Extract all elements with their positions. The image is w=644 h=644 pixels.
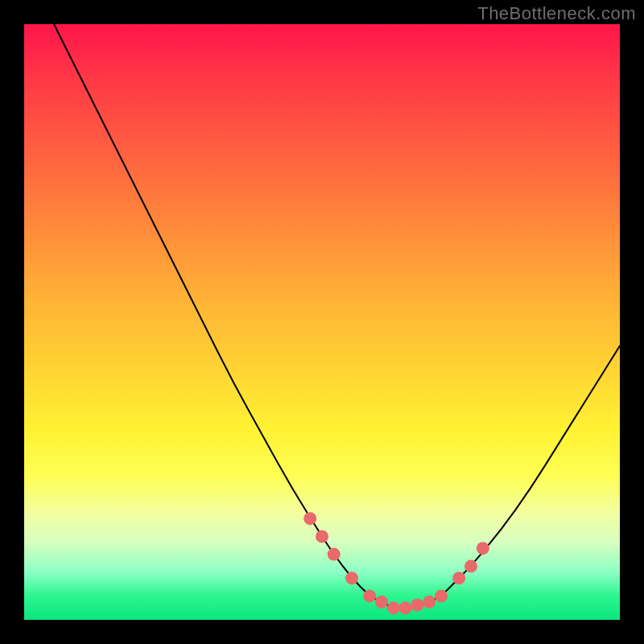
- marker-dot: [435, 589, 448, 602]
- plot-area: [24, 24, 620, 620]
- marker-dot: [375, 596, 388, 609]
- marker-dot: [345, 572, 358, 584]
- marker-dot: [452, 572, 465, 584]
- marker-dot: [363, 589, 376, 602]
- chart-frame: TheBottleneck.com: [0, 0, 644, 644]
- highlighted-points: [303, 512, 489, 614]
- marker-dot: [316, 530, 328, 543]
- marker-dot: [464, 559, 477, 572]
- marker-dot: [387, 601, 400, 614]
- marker-dot: [399, 601, 412, 614]
- marker-dot: [411, 599, 423, 612]
- marker-dot: [303, 512, 316, 525]
- bottleneck-curve: [54, 24, 620, 608]
- marker-dot: [328, 548, 341, 561]
- watermark-text: TheBottleneck.com: [477, 3, 636, 24]
- curve-svg: [24, 24, 620, 620]
- marker-dot: [423, 596, 436, 609]
- marker-dot: [477, 542, 489, 555]
